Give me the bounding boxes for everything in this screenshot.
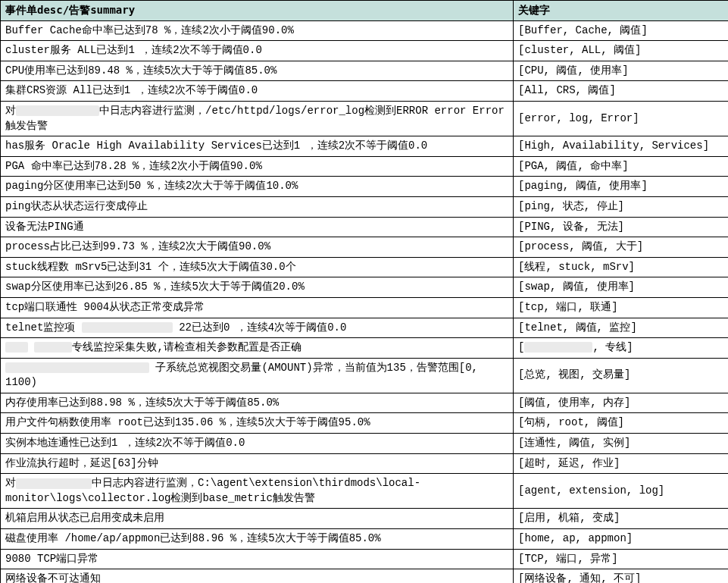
desc-cell: 作业流执行超时，延迟[63]分钟 (1, 453, 514, 474)
table-row: swap分区使用率已达到26.85 %，连续5次大于等于阈值20.0%[swap… (1, 277, 729, 298)
alert-table: 事件单desc/告警summary 关键字 Buffer Cache命中率已达到… (0, 0, 728, 583)
table-row: 对 中日志内容进行监测，C:\agent\extension\thirdmods… (1, 474, 729, 509)
redacted-block (5, 342, 28, 353)
desc-cell: CPU使用率已达到89.48 %，连续5次大于等于阈值85.0% (1, 61, 514, 81)
keywords-cell: [Buffer, Cache, 阈值] (514, 20, 729, 41)
redacted-block (82, 322, 173, 333)
table-row: telnet监控项 22已达到0 ，连续4次等于阈值0.0[telnet, 阈值… (1, 318, 729, 338)
table-row: paging分区使用率已达到50 %，连续2次大于等于阈值10.0%[pagin… (1, 177, 729, 197)
keywords-cell: [超时, 延迟, 作业] (514, 453, 729, 474)
keywords-cell: [All, CRS, 阈值] (514, 81, 729, 102)
table-row: 内存使用率已达到88.98 %，连续5次大于等于阈值85.0%[阈值, 使用率,… (1, 393, 729, 413)
keywords-cell: [agent, extension, log] (514, 474, 729, 509)
desc-cell: 对 中日志内容进行监测，C:\agent\extension\thirdmods… (1, 474, 514, 509)
header-keywords: 关键字 (514, 1, 729, 21)
keywords-cell: [error, log, Error] (514, 101, 729, 136)
desc-cell: swap分区使用率已达到26.85 %，连续5次大于等于阈值20.0% (1, 277, 514, 298)
keywords-cell: [网络设备, 通知, 不可] (514, 569, 729, 583)
keywords-cell: [阈值, 使用率, 内存] (514, 393, 729, 413)
keywords-cell: [CPU, 阈值, 使用率] (514, 61, 729, 81)
desc-cell: PGA 命中率已达到78.28 %，连续2次小于阈值90.0% (1, 156, 514, 177)
desc-cell: 专线监控采集失败,请检查相关参数配置是否正确 (1, 338, 514, 359)
table-row: PGA 命中率已达到78.28 %，连续2次小于阈值90.0%[PGA, 阈值,… (1, 156, 729, 177)
desc-cell: Buffer Cache命中率已达到78 %，连续2次小于阈值90.0% (1, 20, 514, 41)
table-row: 子系统总览视图交易量(AMOUNT)异常，当前值为135，告警范围[0, 110… (1, 358, 729, 393)
table-row: 9080 TCP端口异常[TCP, 端口, 异常] (1, 549, 729, 569)
table-row: 专线监控采集失败,请检查相关参数配置是否正确[ , 专线] (1, 338, 729, 359)
desc-cell: 机箱启用从状态已启用变成未启用 (1, 509, 514, 529)
redacted-block (524, 342, 592, 353)
table-row: process占比已达到99.73 %，连续2次大于阈值90.0%[proces… (1, 237, 729, 258)
keywords-cell: [tcp, 端口, 联通] (514, 297, 729, 318)
keywords-cell: [High, Availability, Services] (514, 136, 729, 157)
desc-cell: 9080 TCP端口异常 (1, 549, 514, 569)
keywords-cell: [总览, 视图, 交易量] (514, 358, 729, 393)
table-row: 设备无法PING通[PING, 设备, 无法] (1, 217, 729, 237)
keywords-cell: [PGA, 阈值, 命中率] (514, 156, 729, 177)
keywords-cell: [PING, 设备, 无法] (514, 217, 729, 237)
keywords-cell: [句柄, root, 阈值] (514, 413, 729, 434)
keywords-cell: [TCP, 端口, 异常] (514, 549, 729, 569)
keywords-cell: [启用, 机箱, 变成] (514, 509, 729, 529)
table-row: 集群CRS资源 All已达到1 ，连续2次不等于阈值0.0[All, CRS, … (1, 81, 729, 102)
keywords-cell: [process, 阈值, 大于] (514, 237, 729, 258)
desc-cell: 子系统总览视图交易量(AMOUNT)异常，当前值为135，告警范围[0, 110… (1, 358, 514, 393)
keywords-cell: [cluster, ALL, 阈值] (514, 41, 729, 61)
keywords-cell: [swap, 阈值, 使用率] (514, 277, 729, 298)
table-row: 用户文件句柄数使用率 root已达到135.06 %，连续5次大于等于阈值95.… (1, 413, 729, 434)
desc-cell: 用户文件句柄数使用率 root已达到135.06 %，连续5次大于等于阈值95.… (1, 413, 514, 434)
desc-cell: 磁盘使用率 /home/ap/appmon已达到88.96 %，连续5次大于等于… (1, 529, 514, 550)
desc-cell: tcp端口联通性 9004从状态正常变成异常 (1, 297, 514, 318)
table-row: Buffer Cache命中率已达到78 %，连续2次小于阈值90.0%[Buf… (1, 20, 729, 41)
desc-cell: ping状态从状态运行变成停止 (1, 196, 514, 217)
desc-cell: process占比已达到99.73 %，连续2次大于阈值90.0% (1, 237, 514, 258)
table-row: 实例本地连通性已达到1 ，连续2次不等于阈值0.0[连通性, 阈值, 实例] (1, 434, 729, 454)
redacted-block (34, 342, 72, 353)
redacted-block (5, 362, 149, 373)
table-row: cluster服务 ALL已达到1 ，连续2次不等于阈值0.0[cluster,… (1, 41, 729, 61)
redacted-block (16, 105, 99, 116)
table-row: CPU使用率已达到89.48 %，连续5次大于等于阈值85.0%[CPU, 阈值… (1, 61, 729, 81)
table-header-row: 事件单desc/告警summary 关键字 (1, 1, 729, 21)
keywords-cell: [ping, 状态, 停止] (514, 196, 729, 217)
redacted-block (16, 478, 92, 489)
desc-cell: 网络设备不可达通知 (1, 569, 514, 583)
table-row: 机箱启用从状态已启用变成未启用[启用, 机箱, 变成] (1, 509, 729, 529)
desc-cell: paging分区使用率已达到50 %，连续2次大于等于阈值10.0% (1, 177, 514, 197)
desc-cell: cluster服务 ALL已达到1 ，连续2次不等于阈值0.0 (1, 41, 514, 61)
table-row: 网络设备不可达通知[网络设备, 通知, 不可] (1, 569, 729, 583)
keywords-cell: [线程, stuck, mSrv] (514, 257, 729, 277)
keywords-cell: [home, ap, appmon] (514, 529, 729, 550)
desc-cell: telnet监控项 22已达到0 ，连续4次等于阈值0.0 (1, 318, 514, 338)
keywords-cell: [ , 专线] (514, 338, 729, 359)
table-row: tcp端口联通性 9004从状态正常变成异常[tcp, 端口, 联通] (1, 297, 729, 318)
table-row: 对 中日志内容进行监测，/etc/httpd/logs/error_log检测到… (1, 101, 729, 136)
keywords-cell: [telnet, 阈值, 监控] (514, 318, 729, 338)
table-row: stuck线程数 mSrv5已达到31 个，连续5次大于阈值30.0个[线程, … (1, 257, 729, 277)
table-row: 作业流执行超时，延迟[63]分钟[超时, 延迟, 作业] (1, 453, 729, 474)
header-desc: 事件单desc/告警summary (1, 1, 514, 21)
table-row: has服务 Oracle High Availability Services已… (1, 136, 729, 157)
desc-cell: 设备无法PING通 (1, 217, 514, 237)
desc-cell: 实例本地连通性已达到1 ，连续2次不等于阈值0.0 (1, 434, 514, 454)
desc-cell: 集群CRS资源 All已达到1 ，连续2次不等于阈值0.0 (1, 81, 514, 102)
desc-cell: 对 中日志内容进行监测，/etc/httpd/logs/error_log检测到… (1, 101, 514, 136)
desc-cell: has服务 Oracle High Availability Services已… (1, 136, 514, 157)
keywords-cell: [paging, 阈值, 使用率] (514, 177, 729, 197)
desc-cell: stuck线程数 mSrv5已达到31 个，连续5次大于阈值30.0个 (1, 257, 514, 277)
table-row: 磁盘使用率 /home/ap/appmon已达到88.96 %，连续5次大于等于… (1, 529, 729, 550)
keywords-cell: [连通性, 阈值, 实例] (514, 434, 729, 454)
desc-cell: 内存使用率已达到88.98 %，连续5次大于等于阈值85.0% (1, 393, 514, 413)
table-row: ping状态从状态运行变成停止[ping, 状态, 停止] (1, 196, 729, 217)
